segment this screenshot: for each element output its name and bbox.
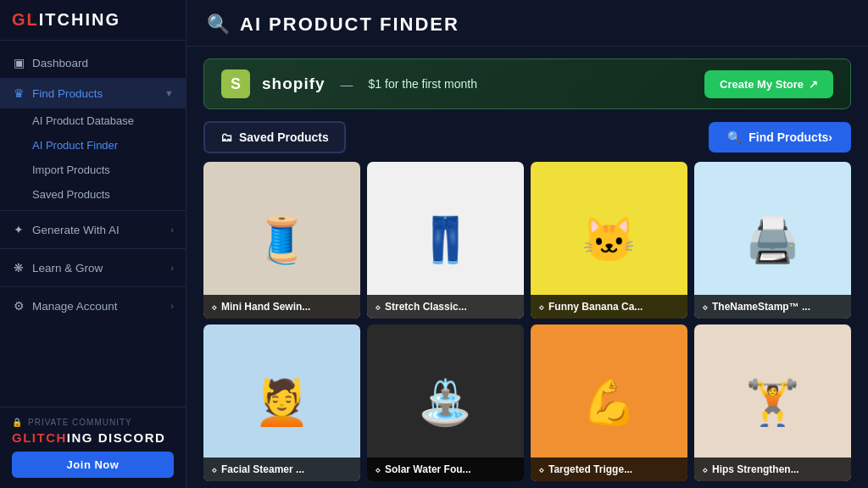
discord-brand: GLITCHING DISCORD	[12, 430, 174, 445]
sidebar-item-dashboard[interactable]: ▣ Dashboard	[0, 47, 186, 78]
product-toolbar: 🗂 Saved Products 🔍 Find Products›	[186, 121, 868, 162]
product-name: Facial Steamer ...	[221, 463, 304, 475]
dashboard-icon: ▣	[12, 56, 25, 69]
product-label-p7: ⬦ Targeted Trigge...	[531, 458, 687, 481]
logo-text: GLITCHING	[12, 10, 174, 30]
product-label-p2: ⬦ Stretch Classic...	[367, 295, 524, 319]
join-now-button[interactable]: Join Now	[12, 452, 174, 478]
product-card-p3[interactable]: 🐱 ⬦ Funny Banana Ca...	[531, 162, 687, 319]
page-title: AI PRODUCT FINDER	[240, 14, 459, 36]
sidebar-item-ai-product-database[interactable]: AI Product Database	[0, 108, 186, 133]
find-products-button[interactable]: 🔍 Find Products›	[709, 122, 851, 152]
logo: GLITCHING	[0, 0, 186, 41]
sidebar-item-find-products[interactable]: ♛ Find Products ▼	[0, 78, 186, 108]
logo-accent: GL	[12, 10, 39, 29]
sidebar-item-ai-product-finder[interactable]: AI Product Finder	[0, 133, 186, 158]
product-label-p4: ⬦ TheNameStamp™ ...	[694, 295, 851, 319]
nav-divider-2	[0, 248, 186, 249]
find-products-submenu: AI Product Database AI Product Finder Im…	[0, 108, 186, 207]
product-cursor-icon: ⬦	[702, 463, 708, 475]
learn-grow-icon: ❋	[12, 261, 25, 274]
discord-brand-accent: GLITCH	[12, 430, 67, 445]
product-name: Stretch Classic...	[385, 301, 467, 313]
product-cursor-icon: ⬦	[375, 463, 381, 475]
sidebar-item-manage-account[interactable]: ⚙ Manage Account ›	[0, 291, 186, 321]
chevron-right-icon-2: ›	[170, 263, 174, 273]
sidebar-item-saved-products[interactable]: Saved Products	[0, 182, 186, 207]
saved-products-button[interactable]: 🗂 Saved Products	[203, 121, 346, 153]
product-name: Funny Banana Ca...	[548, 301, 643, 313]
shopify-description: $1 for the first month	[369, 77, 477, 91]
product-label-p5: ⬦ Facial Steamer ...	[203, 458, 360, 481]
shopify-logo: S	[221, 69, 250, 98]
sidebar-item-label: Learn & Grow	[32, 262, 103, 274]
sidebar-item-import-products[interactable]: Import Products	[0, 158, 186, 182]
product-name: Hips Strengthen...	[712, 463, 799, 475]
product-cursor-icon: ⬦	[211, 463, 217, 475]
sidebar-item-label: Generate With AI	[32, 224, 120, 236]
product-cursor-icon: ⬦	[702, 301, 708, 313]
product-label-p8: ⬦ Hips Strengthen...	[694, 458, 851, 481]
product-cursor-icon: ⬦	[538, 463, 544, 475]
sidebar-item-generate-with-ai[interactable]: ✦ Generate With AI ›	[0, 214, 186, 245]
community-icon: 🔒	[12, 418, 23, 427]
external-link-icon: ↗	[809, 78, 818, 91]
product-card-p8[interactable]: 🏋️ ⬦ Hips Strengthen...	[694, 324, 851, 481]
chevron-right-icon: ›	[170, 225, 174, 235]
find-products-search-icon: 🔍	[727, 130, 742, 144]
product-label-p3: ⬦ Funny Banana Ca...	[531, 295, 687, 319]
product-name: Mini Hand Sewin...	[221, 301, 310, 313]
product-card-p4[interactable]: 🖨️ ⬦ TheNameStamp™ ...	[694, 162, 851, 319]
product-name: Solar Water Fou...	[385, 463, 471, 475]
nav-divider-1	[0, 210, 186, 211]
sidebar-footer: 🔒 Private Community GLITCHING DISCORD Jo…	[0, 407, 186, 488]
product-cursor-icon: ⬦	[211, 301, 217, 313]
page-header: 🔍 AI PRODUCT FINDER	[186, 0, 868, 47]
community-label: 🔒 Private Community	[12, 418, 174, 427]
generate-ai-icon: ✦	[12, 223, 25, 236]
main-content: 🔍 AI PRODUCT FINDER S shopify — $1 for t…	[186, 0, 868, 488]
sidebar-item-label: Manage Account	[32, 300, 118, 313]
product-cursor-icon: ⬦	[538, 301, 544, 313]
sidebar: GLITCHING ▣ Dashboard ♛ Find Products ▼ …	[0, 0, 186, 488]
shopify-dash: —	[341, 77, 353, 92]
product-card-p6[interactable]: ⛲ ⬦ Solar Water Fou...	[367, 324, 524, 481]
shopify-banner: S shopify — $1 for the first month Creat…	[203, 58, 851, 109]
product-name: TheNameStamp™ ...	[712, 301, 810, 313]
create-store-button[interactable]: Create My Store ↗	[704, 70, 833, 98]
sidebar-item-learn-grow[interactable]: ❋ Learn & Grow ›	[0, 252, 186, 283]
product-grid: 🧵 ⬦ Mini Hand Sewin... 👖 ⬦ Stretch Class…	[186, 162, 868, 488]
nav-divider-3	[0, 286, 186, 287]
chevron-right-icon-3: ›	[170, 301, 174, 311]
manage-account-icon: ⚙	[12, 299, 25, 313]
product-label-p1: ⬦ Mini Hand Sewin...	[203, 295, 360, 319]
header-search-icon: 🔍	[207, 14, 230, 36]
chevron-down-icon: ▼	[164, 88, 174, 98]
product-card-p7[interactable]: 💪 ⬦ Targeted Trigge...	[531, 324, 687, 481]
sidebar-nav: ▣ Dashboard ♛ Find Products ▼ AI Product…	[0, 41, 186, 407]
sidebar-item-label: Dashboard	[32, 57, 88, 69]
product-name: Targeted Trigge...	[548, 463, 632, 475]
product-card-p1[interactable]: 🧵 ⬦ Mini Hand Sewin...	[203, 162, 360, 319]
saved-products-icon: 🗂	[220, 130, 232, 144]
shopify-name: shopify	[262, 75, 326, 93]
product-label-p6: ⬦ Solar Water Fou...	[367, 458, 524, 481]
product-card-p2[interactable]: 👖 ⬦ Stretch Classic...	[367, 162, 524, 319]
sidebar-item-label: Find Products	[32, 87, 103, 100]
product-cursor-icon: ⬦	[375, 301, 381, 313]
product-card-p5[interactable]: 💆 ⬦ Facial Steamer ...	[203, 324, 360, 481]
find-products-icon: ♛	[12, 86, 25, 100]
